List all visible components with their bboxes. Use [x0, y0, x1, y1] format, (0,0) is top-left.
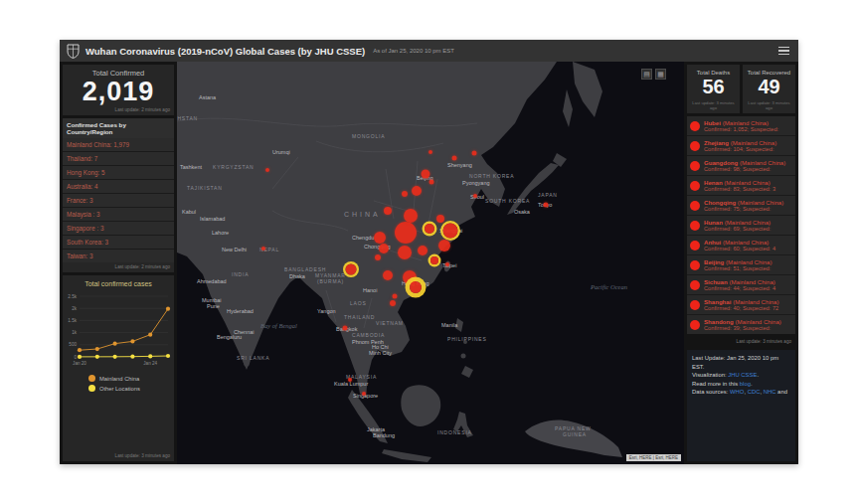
- chart-legend: Mainland ChinaOther Locations: [63, 371, 174, 392]
- region-row[interactable]: Shanghai (Mainland China)Confirmed: 40; …: [687, 295, 795, 314]
- case-bubble[interactable]: [410, 281, 422, 293]
- info-link[interactable]: blog: [740, 381, 751, 387]
- info-link[interactable]: NHC: [764, 389, 776, 395]
- case-bubble[interactable]: [374, 232, 386, 244]
- region-row[interactable]: Shandong (Mainland China)Confirmed: 39; …: [687, 315, 795, 334]
- svg-text:2k: 2k: [72, 306, 78, 311]
- case-bubble[interactable]: [346, 264, 357, 275]
- map-basemap-toggle-icon[interactable]: ▦: [655, 69, 666, 80]
- case-bubble[interactable]: [428, 150, 432, 154]
- case-bubble[interactable]: [443, 224, 458, 239]
- dashboard: Wuhan Coronavirus (2019-nCoV) Global Cas…: [60, 40, 798, 464]
- case-bubble[interactable]: [472, 151, 477, 156]
- region-detail: Confirmed: 39; Suspected:: [704, 325, 781, 331]
- region-row[interactable]: Chongqing (Mainland China)Confirmed: 75;…: [687, 196, 795, 215]
- case-bubble[interactable]: [452, 156, 457, 161]
- world-map[interactable]: AstanaKAZAKHSTANMONGOLIAUrumqiTashkentKY…: [177, 62, 684, 464]
- case-bubble[interactable]: [445, 262, 449, 266]
- region-detail: Confirmed: 69; Suspected:: [704, 226, 770, 232]
- country-row[interactable]: Singapore : 3: [63, 222, 174, 235]
- country-row[interactable]: Mainland China: 1,979: [63, 138, 174, 151]
- case-bubble[interactable]: [436, 215, 444, 223]
- case-dot-icon: [690, 241, 700, 251]
- case-bubble[interactable]: [348, 378, 352, 382]
- region-row[interactable]: Hunan (Mainland China)Confirmed: 69; Sus…: [687, 216, 795, 235]
- chart-updated: Last update: 3 minutes ago: [63, 451, 174, 461]
- legend-dot-icon: [88, 375, 95, 382]
- case-bubble[interactable]: [265, 168, 269, 172]
- case-bubble[interactable]: [379, 244, 389, 253]
- case-dot-icon: [690, 201, 700, 211]
- case-bubble[interactable]: [430, 256, 438, 264]
- region-detail: Confirmed: 75; Suspected:: [704, 206, 783, 212]
- case-bubble[interactable]: [383, 270, 393, 280]
- region-name: Hubei (Mainland China): [704, 119, 778, 126]
- case-bubble[interactable]: [375, 254, 381, 260]
- case-bubble[interactable]: [544, 203, 549, 208]
- country-row[interactable]: Australia: 4: [63, 180, 174, 193]
- total-confirmed-panel: Total Confirmed 2,019 Last update: 2 min…: [63, 65, 174, 115]
- country-row[interactable]: Malaysia : 3: [63, 208, 174, 221]
- case-bubble[interactable]: [422, 170, 430, 179]
- region-row[interactable]: Henan (Mainland China)Confirmed: 83; Sus…: [687, 176, 795, 195]
- region-detail: Confirmed: 83; Suspected: 3: [704, 186, 775, 192]
- country-list: Mainland China: 1,979Thailand: 7Hong Kon…: [63, 138, 174, 262]
- case-bubble[interactable]: [402, 191, 408, 197]
- total-recovered-label: Total Recovered: [743, 65, 795, 76]
- region-row[interactable]: Beijing (Mainland China)Confirmed: 51; S…: [687, 255, 795, 274]
- region-name: Beijing (Mainland China): [704, 258, 771, 265]
- legend-dot-icon: [88, 385, 95, 392]
- header-timestamp: As of Jan 25, 2020 10 pm EST: [373, 48, 454, 54]
- info-link[interactable]: JHU CSSE: [728, 372, 757, 378]
- region-case-list: Hubei (Mainland China)Confirmed: 1,052; …: [687, 116, 795, 334]
- case-bubble[interactable]: [261, 247, 265, 251]
- region-detail: Confirmed: 1,052; Suspected:: [704, 126, 778, 132]
- case-bubble[interactable]: [384, 207, 392, 215]
- legend-item: Other Locations: [88, 385, 174, 392]
- region-row[interactable]: Zhejiang (Mainland China)Confirmed: 104;…: [687, 136, 795, 155]
- confirmed-by-country-panel: Confirmed Cases by Country/Region Mainla…: [63, 118, 174, 272]
- info-link[interactable]: WHO: [730, 389, 744, 395]
- case-bubble[interactable]: [425, 224, 434, 234]
- case-dot-icon: [690, 121, 700, 131]
- total-deaths-value: 56: [687, 76, 740, 97]
- info-text: Data sources:: [692, 389, 730, 395]
- case-bubble[interactable]: [412, 186, 422, 196]
- case-dot-icon: [690, 320, 700, 330]
- case-bubble[interactable]: [473, 194, 477, 198]
- region-row[interactable]: Guangdong (Mainland China)Confirmed: 98;…: [687, 156, 795, 175]
- svg-text:0: 0: [74, 355, 77, 360]
- case-bubble[interactable]: [404, 209, 418, 223]
- case-bubble[interactable]: [343, 326, 348, 331]
- hamburger-menu-icon[interactable]: [776, 45, 791, 58]
- trend-chart-panel: Total confirmed cases 05001k1.5k2k2.5kJa…: [63, 275, 174, 461]
- country-row[interactable]: Hong Kong: 5: [63, 166, 174, 179]
- svg-text:Jan 24: Jan 24: [143, 361, 157, 366]
- case-bubble[interactable]: [429, 180, 434, 185]
- region-row[interactable]: Sichuan (Mainland China)Confirmed: 44; S…: [687, 275, 795, 294]
- case-bubble[interactable]: [438, 240, 450, 252]
- legend-label: Mainland China: [99, 376, 139, 382]
- line-chart: 05001k1.5k2k2.5kJan 20Jan 24: [63, 289, 174, 371]
- info-link[interactable]: CDC: [748, 389, 761, 395]
- country-row[interactable]: South Korea: 3: [63, 236, 174, 249]
- region-row[interactable]: Anhui (Mainland China)Confirmed: 60; Sus…: [687, 236, 795, 254]
- country-row[interactable]: France: 3: [63, 194, 174, 207]
- country-row[interactable]: Taiwan: 3: [63, 250, 174, 262]
- left-sidebar: Total Confirmed 2,019 Last update: 2 min…: [60, 62, 177, 464]
- region-row[interactable]: Hubei (Mainland China)Confirmed: 1,052; …: [687, 116, 795, 135]
- case-bubble[interactable]: [390, 300, 396, 306]
- case-bubble[interactable]: [418, 246, 428, 255]
- country-list-updated: Last update: 2 minutes ago: [63, 262, 174, 272]
- total-deaths-updated: Last update: 3 minutes ago: [687, 97, 740, 113]
- case-bubble[interactable]: [395, 222, 417, 244]
- case-bubble[interactable]: [362, 392, 366, 396]
- case-bubble[interactable]: [393, 294, 398, 299]
- map-legend-toggle-icon[interactable]: ▤: [641, 69, 652, 80]
- case-bubble[interactable]: [398, 246, 412, 259]
- map-controls: ▤ ▦: [641, 69, 666, 80]
- region-detail: Confirmed: 104; Suspected:: [704, 146, 776, 152]
- region-name: Anhui (Mainland China): [704, 239, 775, 246]
- total-recovered-updated: Last update: 3 minutes ago: [743, 97, 795, 113]
- country-row[interactable]: Thailand: 7: [63, 152, 174, 165]
